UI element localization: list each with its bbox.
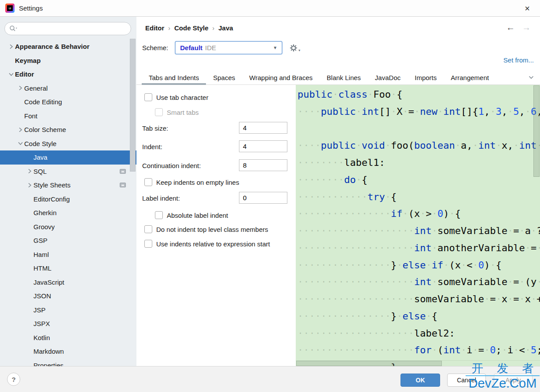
sidebar-item-label: JavaScript bbox=[33, 278, 64, 286]
sidebar-item-general[interactable]: General bbox=[0, 81, 136, 95]
chevron-right-icon[interactable] bbox=[26, 183, 33, 188]
preview-horizontal-scrollbar-thumb[interactable] bbox=[296, 361, 442, 366]
help-button[interactable]: ? bbox=[7, 373, 20, 386]
history-navigation: ← → bbox=[506, 22, 531, 33]
indent-label: Indent: bbox=[142, 143, 162, 150]
tab-blank-lines[interactable]: Blank Lines bbox=[320, 70, 368, 84]
sidebar-item-kotlin[interactable]: Kotlin bbox=[0, 331, 136, 345]
sidebar-item-groovy[interactable]: Groovy bbox=[0, 220, 136, 234]
main-panel: Editor › Code Style › Java ← → Scheme: D… bbox=[136, 17, 540, 366]
absolute-label-indent-checkbox[interactable]: Absolute label indent bbox=[155, 211, 228, 220]
intellij-logo-icon: IJ bbox=[5, 4, 15, 13]
search-options-caret-icon bbox=[16, 28, 18, 29]
search-icon bbox=[9, 25, 18, 32]
sidebar-item-code-editing[interactable]: Code Editing bbox=[0, 95, 136, 109]
breadcrumb-java[interactable]: Java bbox=[218, 24, 233, 32]
tab-spaces[interactable]: Spaces bbox=[206, 70, 242, 84]
tab-imports[interactable]: Imports bbox=[408, 70, 444, 84]
sidebar-scrollbar-thumb[interactable] bbox=[130, 39, 136, 172]
search-input[interactable] bbox=[18, 25, 126, 32]
sidebar-item-font[interactable]: Font bbox=[0, 109, 136, 123]
breadcrumb-code-style[interactable]: Code Style bbox=[174, 24, 209, 32]
settings-search-box[interactable] bbox=[4, 22, 131, 35]
sidebar-item-sql[interactable]: SQL bbox=[0, 165, 136, 179]
sidebar-item-label: Properties bbox=[33, 362, 63, 366]
checkbox-icon[interactable] bbox=[144, 240, 152, 248]
checkbox-icon[interactable] bbox=[144, 225, 152, 233]
do-not-indent-top-level-checkbox[interactable]: Do not indent top level class members bbox=[144, 225, 268, 234]
tab-wrapping-and-braces[interactable]: Wrapping and Braces bbox=[242, 70, 320, 84]
indent-input[interactable] bbox=[239, 140, 287, 152]
scheme-row: Scheme: Default IDE ▼ ▾ bbox=[142, 41, 300, 55]
label-indent-input[interactable] bbox=[239, 192, 287, 204]
code-preview-text: public·class·Foo·{····public·int[]·X·=·n… bbox=[298, 86, 540, 366]
sidebar-item-javascript[interactable]: JavaScript bbox=[0, 275, 136, 289]
smart-tabs-checkbox: Smart tabs bbox=[155, 108, 199, 117]
code-line: ················}·else·if·(x·<·0)·{ bbox=[298, 257, 540, 274]
code-line: ····public·void·foo(boolean·a,·int·x,·in… bbox=[298, 137, 540, 154]
sidebar-item-jsp[interactable]: JSP bbox=[0, 303, 136, 317]
apply-button: Apply bbox=[494, 374, 533, 387]
code-line: ····················for·(int·i·=·0;·i·<·… bbox=[298, 342, 540, 359]
sidebar-item-style-sheets[interactable]: Style Sheets bbox=[0, 178, 136, 192]
checkbox-icon[interactable] bbox=[144, 93, 152, 101]
tab-tabs-and-indents[interactable]: Tabs and Indents bbox=[142, 70, 206, 84]
sidebar-item-gsp[interactable]: GSP bbox=[0, 234, 136, 248]
sidebar-item-keymap[interactable]: Keymap bbox=[0, 54, 136, 68]
tab-arrangement[interactable]: Arrangement bbox=[444, 70, 496, 84]
breadcrumb-editor[interactable]: Editor bbox=[145, 24, 164, 32]
chevron-down-icon[interactable] bbox=[16, 141, 24, 146]
keep-indents-empty-lines-checkbox[interactable]: Keep indents on empty lines bbox=[144, 178, 239, 187]
sidebar-item-gherkin[interactable]: Gherkin bbox=[0, 206, 136, 220]
set-from-link[interactable]: Set from... bbox=[503, 56, 534, 64]
chevron-right-icon[interactable] bbox=[7, 44, 15, 49]
preview-horizontal-scrollbar-track[interactable] bbox=[296, 360, 540, 366]
back-arrow-icon[interactable]: ← bbox=[506, 22, 515, 33]
code-line: ····················int·anotherVariable·… bbox=[298, 240, 540, 257]
chevron-right-icon[interactable] bbox=[16, 85, 24, 91]
cancel-button[interactable]: Cancel bbox=[447, 374, 486, 387]
code-line: ················}·else·{ bbox=[298, 308, 540, 325]
tabs-overflow-chevron-icon[interactable] bbox=[529, 70, 534, 84]
tab-size-input[interactable] bbox=[239, 122, 287, 134]
sidebar-item-editor[interactable]: Editor bbox=[0, 67, 136, 81]
sidebar-item-markdown[interactable]: Markdown bbox=[0, 344, 136, 359]
scheme-select[interactable]: Default IDE ▼ bbox=[175, 41, 283, 55]
tab-javadoc[interactable]: JavaDoc bbox=[368, 70, 408, 84]
close-icon[interactable]: × bbox=[520, 4, 535, 13]
chevron-right-icon[interactable] bbox=[26, 169, 33, 174]
sidebar-item-label: Appearance & Behavior bbox=[15, 43, 89, 50]
settings-dialog: IJ Settings × Appearance & BehaviorKeyma… bbox=[0, 0, 540, 392]
preview-badge-icon bbox=[120, 183, 126, 187]
indents-relative-checkbox[interactable]: Use indents relative to expression start bbox=[144, 239, 270, 248]
sidebar-item-json[interactable]: JSON bbox=[0, 289, 136, 303]
chevron-down-icon[interactable] bbox=[7, 72, 15, 77]
sidebar-item-java[interactable]: Java bbox=[0, 150, 136, 165]
continuation-indent-input[interactable] bbox=[239, 159, 287, 171]
sidebar-item-label: Kotlin bbox=[33, 334, 50, 341]
code-line: ····················someVariable·=·x·=·x… bbox=[298, 291, 540, 308]
sidebar-item-properties[interactable]: Properties bbox=[0, 359, 136, 366]
sidebar-item-color-scheme[interactable]: Color Scheme bbox=[0, 123, 136, 137]
sidebar-item-code-style[interactable]: Code Style bbox=[0, 137, 136, 151]
breadcrumb-separator: › bbox=[213, 25, 215, 32]
use-tab-character-checkbox[interactable]: Use tab character bbox=[144, 93, 208, 102]
sidebar-item-label: HTML bbox=[33, 264, 51, 272]
label-indent-label: Label indent: bbox=[142, 194, 180, 202]
chevron-right-icon[interactable] bbox=[16, 127, 24, 132]
code-preview: public·class·Foo·{····public·int[]·X·=·n… bbox=[296, 85, 540, 366]
sidebar-item-editorconfig[interactable]: EditorConfig bbox=[0, 192, 136, 206]
sidebar-item-label: JSP bbox=[33, 306, 46, 314]
ok-button[interactable]: OK bbox=[400, 374, 440, 387]
chevron-down-icon: ▼ bbox=[273, 45, 277, 50]
checkbox-icon[interactable] bbox=[144, 178, 152, 186]
preview-vertical-scrollbar-thumb[interactable] bbox=[533, 85, 540, 177]
sidebar-item-haml[interactable]: Haml bbox=[0, 248, 136, 262]
checkbox-icon[interactable] bbox=[155, 211, 163, 219]
sidebar-item-jspx[interactable]: JSPX bbox=[0, 317, 136, 331]
sidebar-item-label: Java bbox=[33, 154, 48, 161]
sidebar-item-appearance-behavior[interactable]: Appearance & Behavior bbox=[0, 40, 136, 54]
scheme-actions-gear-icon[interactable]: ▾ bbox=[289, 44, 300, 52]
settings-tree: Appearance & BehaviorKeymapEditorGeneral… bbox=[0, 40, 136, 366]
sidebar-item-html[interactable]: HTML bbox=[0, 261, 136, 275]
